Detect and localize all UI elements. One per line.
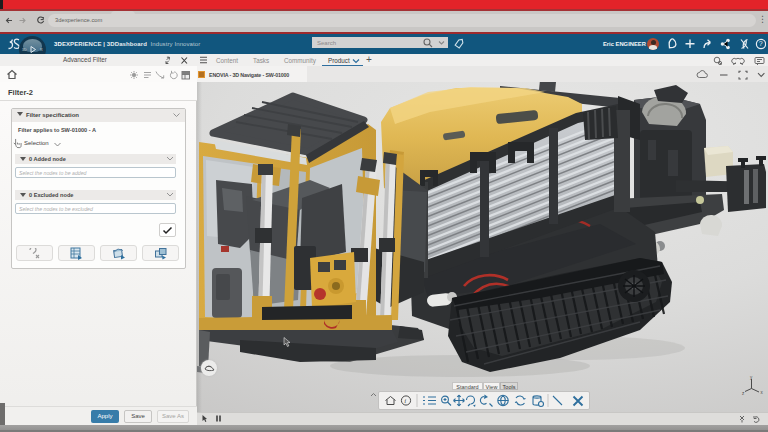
svg-text:3D: 3D	[22, 48, 27, 52]
svg-text:?: ?	[759, 40, 763, 47]
svg-text:x: x	[761, 390, 764, 395]
svg-text:y: y	[750, 375, 753, 380]
svg-text:i: i	[404, 397, 406, 405]
svg-text:z: z	[742, 391, 745, 396]
svg-text:R: R	[40, 48, 43, 52]
